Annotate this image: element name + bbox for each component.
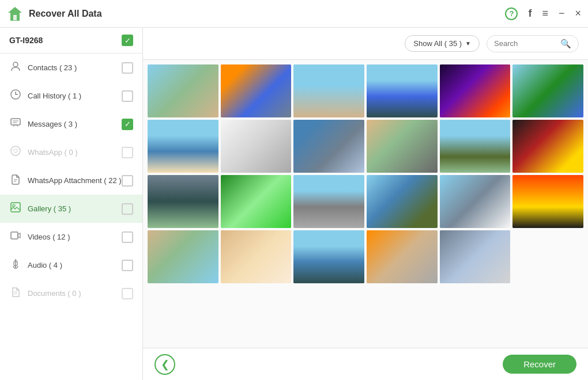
gallery-item[interactable] xyxy=(148,64,218,117)
gallery-item[interactable] xyxy=(221,120,292,173)
gallery-item-image xyxy=(293,120,364,173)
gallery-icon xyxy=(9,202,22,216)
sidebar-item-videos[interactable]: Videos ( 12 ) xyxy=(0,223,142,251)
title-bar: Recover All Data ? f ≡ − × xyxy=(0,0,588,28)
whatsapp-checkbox xyxy=(122,147,133,158)
audio-label: Audio ( 4 ) xyxy=(28,261,62,269)
bottom-bar: ❮ Recover xyxy=(143,348,588,380)
minimize-icon[interactable]: − xyxy=(559,7,565,20)
app-icon xyxy=(7,6,23,22)
menu-icon[interactable]: ≡ xyxy=(542,7,548,20)
gallery-item-image xyxy=(512,175,583,228)
sidebar-item-messages[interactable]: Messages ( 3 ) xyxy=(0,110,142,138)
call-history-label: Call History ( 1 ) xyxy=(28,92,81,100)
gallery-item-image xyxy=(221,120,292,173)
videos-label: Videos ( 12 ) xyxy=(28,233,70,241)
gallery-item[interactable] xyxy=(512,175,583,228)
gallery-item[interactable] xyxy=(512,64,583,117)
sidebar-item-audio[interactable]: Audio ( 4 ) xyxy=(0,251,142,279)
back-icon: ❮ xyxy=(161,358,169,371)
gallery-item[interactable] xyxy=(293,175,364,228)
gallery-item[interactable] xyxy=(440,120,511,173)
svg-rect-13 xyxy=(11,232,18,239)
whatsapp-attachment-checkbox[interactable] xyxy=(122,175,133,187)
gallery-item[interactable] xyxy=(367,64,438,117)
documents-label: Documents ( 0 ) xyxy=(28,289,81,298)
gallery-item-image xyxy=(293,230,364,283)
back-button[interactable]: ❮ xyxy=(154,354,175,375)
gallery-item[interactable] xyxy=(367,175,438,228)
gallery-item[interactable] xyxy=(148,175,218,228)
gallery-item[interactable] xyxy=(221,230,292,283)
messages-label: Messages ( 3 ) xyxy=(28,120,77,128)
recover-button[interactable]: Recover xyxy=(503,355,576,374)
gallery-item-image xyxy=(221,230,292,283)
gallery-item-image xyxy=(367,64,438,117)
svg-rect-2 xyxy=(13,15,17,20)
gallery-grid xyxy=(148,64,583,283)
sidebar-item-documents: Documents ( 0 ) xyxy=(0,279,142,307)
gallery-item[interactable] xyxy=(367,230,438,283)
help-icon[interactable]: ? xyxy=(505,7,518,20)
device-checkbox[interactable] xyxy=(122,35,133,46)
sidebar-item-gallery[interactable]: Gallery ( 35 ) xyxy=(0,195,142,223)
call-history-checkbox[interactable] xyxy=(122,90,133,102)
svg-rect-11 xyxy=(11,203,20,212)
messages-checkbox[interactable] xyxy=(122,119,133,130)
gallery-item-image xyxy=(148,120,218,173)
whatsapp-attachment-icon xyxy=(9,173,22,188)
svg-rect-5 xyxy=(11,119,20,125)
gallery-item[interactable] xyxy=(367,120,438,173)
sidebar-item-contacts[interactable]: Contacts ( 23 ) xyxy=(0,54,142,82)
gallery-item[interactable] xyxy=(440,175,511,228)
gallery-item-image xyxy=(367,230,438,283)
gallery-item[interactable] xyxy=(221,175,292,228)
gallery-item[interactable] xyxy=(293,64,364,117)
gallery-item[interactable] xyxy=(440,64,511,117)
gallery-item-image xyxy=(221,64,292,117)
gallery-item-image xyxy=(293,175,364,228)
gallery-item-image xyxy=(512,120,583,173)
show-all-button[interactable]: Show All ( 35 ) ▼ xyxy=(405,35,480,52)
gallery-item[interactable] xyxy=(293,120,364,173)
search-input[interactable] xyxy=(494,39,556,48)
gallery-item[interactable] xyxy=(148,120,218,173)
gallery-item-image xyxy=(440,64,511,117)
gallery-item[interactable] xyxy=(293,230,364,283)
messages-icon xyxy=(9,117,22,131)
facebook-icon[interactable]: f xyxy=(528,7,532,20)
whatsapp-icon xyxy=(9,145,22,159)
sidebar-item-whatsapp: WhatsApp ( 0 ) xyxy=(0,138,142,166)
gallery-item-image xyxy=(440,230,511,283)
chevron-down-icon: ▼ xyxy=(465,40,471,47)
contacts-checkbox[interactable] xyxy=(122,62,133,74)
sidebar-item-call-history[interactable]: Call History ( 1 ) xyxy=(0,82,142,110)
audio-checkbox[interactable] xyxy=(122,260,133,271)
device-item[interactable]: GT-I9268 xyxy=(0,28,142,54)
title-bar-left: Recover All Data xyxy=(7,6,102,22)
close-icon[interactable]: × xyxy=(575,7,581,20)
gallery-item-image xyxy=(512,64,583,117)
gallery-item[interactable] xyxy=(512,120,583,173)
sidebar: GT-I9268 Contacts ( 23 ) xyxy=(0,28,143,380)
gallery-item-image xyxy=(367,120,438,173)
toolbar: Show All ( 35 ) ▼ 🔍 xyxy=(143,28,588,60)
gallery-item-image xyxy=(440,175,511,228)
sidebar-item-whatsapp-attachment[interactable]: WhatsApp Attachment ( 22 ) xyxy=(0,166,142,195)
device-name: GT-I9268 xyxy=(9,36,43,45)
whatsapp-label: WhatsApp ( 0 ) xyxy=(28,148,78,157)
gallery-item[interactable] xyxy=(440,230,511,283)
videos-checkbox[interactable] xyxy=(122,231,133,243)
gallery-item-image xyxy=(221,175,292,228)
search-icon: 🔍 xyxy=(560,39,571,49)
gallery-item-image xyxy=(148,64,218,117)
search-box[interactable]: 🔍 xyxy=(487,35,579,52)
main-layout: GT-I9268 Contacts ( 23 ) xyxy=(0,28,588,380)
gallery-item[interactable] xyxy=(148,230,218,283)
videos-icon xyxy=(9,230,22,244)
documents-icon xyxy=(9,286,22,301)
documents-checkbox xyxy=(122,288,133,299)
gallery-item[interactable] xyxy=(221,64,292,117)
gallery-checkbox[interactable] xyxy=(122,203,133,215)
svg-point-3 xyxy=(13,62,18,67)
